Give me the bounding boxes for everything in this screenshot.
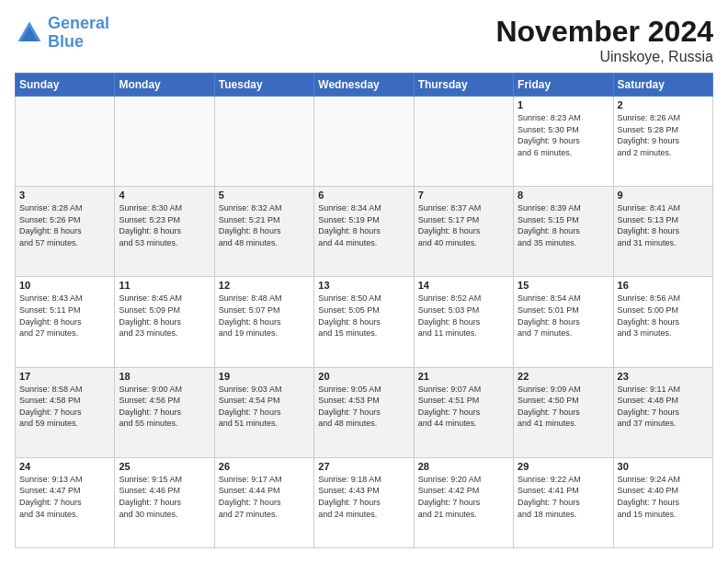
table-row: 13Sunrise: 8:50 AMSunset: 5:05 PMDayligh… bbox=[314, 277, 414, 367]
day-info: Sunrise: 8:23 AMSunset: 5:30 PMDaylight:… bbox=[518, 112, 609, 158]
page: General Blue November 2024 Uinskoye, Rus… bbox=[0, 0, 728, 563]
table-row bbox=[16, 97, 115, 187]
day-info: Sunrise: 8:37 AMSunset: 5:17 PMDaylight:… bbox=[418, 202, 509, 248]
day-info: Sunrise: 9:20 AMSunset: 4:42 PMDaylight:… bbox=[418, 474, 509, 520]
day-number: 12 bbox=[219, 280, 310, 291]
table-row: 16Sunrise: 8:56 AMSunset: 5:00 PMDayligh… bbox=[613, 277, 712, 367]
calendar: Sunday Monday Tuesday Wednesday Thursday… bbox=[15, 73, 713, 548]
day-info: Sunrise: 9:17 AMSunset: 4:44 PMDaylight:… bbox=[219, 474, 310, 520]
table-row: 24Sunrise: 9:13 AMSunset: 4:47 PMDayligh… bbox=[16, 457, 115, 547]
day-number: 26 bbox=[219, 461, 310, 472]
table-row: 3Sunrise: 8:28 AMSunset: 5:26 PMDaylight… bbox=[16, 187, 115, 277]
day-number: 28 bbox=[418, 461, 509, 472]
month-title: November 2024 bbox=[495, 15, 713, 49]
table-row: 12Sunrise: 8:48 AMSunset: 5:07 PMDayligh… bbox=[214, 277, 313, 367]
table-row: 10Sunrise: 8:43 AMSunset: 5:11 PMDayligh… bbox=[16, 277, 115, 367]
day-number: 9 bbox=[618, 190, 709, 201]
day-number: 30 bbox=[618, 461, 709, 472]
table-row: 4Sunrise: 8:30 AMSunset: 5:23 PMDaylight… bbox=[115, 187, 214, 277]
day-info: Sunrise: 9:09 AMSunset: 4:50 PMDaylight:… bbox=[518, 384, 609, 430]
day-number: 1 bbox=[518, 99, 609, 110]
table-row: 28Sunrise: 9:20 AMSunset: 4:42 PMDayligh… bbox=[414, 457, 513, 547]
calendar-header-row: Sunday Monday Tuesday Wednesday Thursday… bbox=[16, 74, 713, 97]
calendar-week-row: 10Sunrise: 8:43 AMSunset: 5:11 PMDayligh… bbox=[16, 277, 713, 367]
day-info: Sunrise: 9:15 AMSunset: 4:46 PMDaylight:… bbox=[119, 474, 210, 520]
location: Uinskoye, Russia bbox=[495, 49, 713, 65]
col-saturday: Saturday bbox=[613, 74, 712, 97]
day-info: Sunrise: 8:28 AMSunset: 5:26 PMDaylight:… bbox=[19, 202, 110, 248]
day-info: Sunrise: 8:50 AMSunset: 5:05 PMDaylight:… bbox=[318, 293, 409, 339]
table-row: 5Sunrise: 8:32 AMSunset: 5:21 PMDaylight… bbox=[214, 187, 313, 277]
day-info: Sunrise: 8:54 AMSunset: 5:01 PMDaylight:… bbox=[518, 293, 609, 339]
day-number: 5 bbox=[219, 190, 310, 201]
day-number: 14 bbox=[418, 280, 509, 291]
day-number: 27 bbox=[318, 461, 409, 472]
table-row bbox=[314, 97, 414, 187]
day-number: 7 bbox=[418, 190, 509, 201]
table-row: 27Sunrise: 9:18 AMSunset: 4:43 PMDayligh… bbox=[314, 457, 414, 547]
day-info: Sunrise: 8:32 AMSunset: 5:21 PMDaylight:… bbox=[219, 202, 310, 248]
day-info: Sunrise: 8:58 AMSunset: 4:58 PMDaylight:… bbox=[19, 384, 110, 430]
day-info: Sunrise: 9:24 AMSunset: 4:40 PMDaylight:… bbox=[618, 474, 709, 520]
day-number: 29 bbox=[518, 461, 609, 472]
table-row: 22Sunrise: 9:09 AMSunset: 4:50 PMDayligh… bbox=[514, 367, 613, 457]
table-row: 15Sunrise: 8:54 AMSunset: 5:01 PMDayligh… bbox=[514, 277, 613, 367]
col-sunday: Sunday bbox=[16, 74, 115, 97]
day-info: Sunrise: 8:45 AMSunset: 5:09 PMDaylight:… bbox=[119, 293, 210, 339]
table-row: 30Sunrise: 9:24 AMSunset: 4:40 PMDayligh… bbox=[613, 457, 712, 547]
table-row: 26Sunrise: 9:17 AMSunset: 4:44 PMDayligh… bbox=[214, 457, 313, 547]
table-row: 11Sunrise: 8:45 AMSunset: 5:09 PMDayligh… bbox=[115, 277, 214, 367]
day-number: 18 bbox=[119, 371, 210, 382]
table-row: 9Sunrise: 8:41 AMSunset: 5:13 PMDaylight… bbox=[613, 187, 712, 277]
day-info: Sunrise: 8:34 AMSunset: 5:19 PMDaylight:… bbox=[318, 202, 409, 248]
col-tuesday: Tuesday bbox=[214, 74, 313, 97]
table-row: 2Sunrise: 8:26 AMSunset: 5:28 PMDaylight… bbox=[613, 97, 712, 187]
col-monday: Monday bbox=[115, 74, 214, 97]
day-number: 2 bbox=[618, 99, 709, 110]
day-number: 16 bbox=[618, 280, 709, 291]
day-number: 19 bbox=[219, 371, 310, 382]
logo-general: General bbox=[48, 14, 109, 32]
day-info: Sunrise: 9:13 AMSunset: 4:47 PMDaylight:… bbox=[19, 474, 110, 520]
day-number: 4 bbox=[119, 190, 210, 201]
day-number: 15 bbox=[518, 280, 609, 291]
table-row: 8Sunrise: 8:39 AMSunset: 5:15 PMDaylight… bbox=[514, 187, 613, 277]
day-info: Sunrise: 9:18 AMSunset: 4:43 PMDaylight:… bbox=[318, 474, 409, 520]
table-row bbox=[414, 97, 513, 187]
day-number: 20 bbox=[318, 371, 409, 382]
day-info: Sunrise: 9:05 AMSunset: 4:53 PMDaylight:… bbox=[318, 384, 409, 430]
calendar-week-row: 17Sunrise: 8:58 AMSunset: 4:58 PMDayligh… bbox=[16, 367, 713, 457]
day-info: Sunrise: 8:48 AMSunset: 5:07 PMDaylight:… bbox=[219, 293, 310, 339]
calendar-week-row: 1Sunrise: 8:23 AMSunset: 5:30 PMDaylight… bbox=[16, 97, 713, 187]
day-info: Sunrise: 8:39 AMSunset: 5:15 PMDaylight:… bbox=[518, 202, 609, 248]
logo: General Blue bbox=[15, 15, 109, 52]
table-row: 19Sunrise: 9:03 AMSunset: 4:54 PMDayligh… bbox=[214, 367, 313, 457]
day-info: Sunrise: 8:41 AMSunset: 5:13 PMDaylight:… bbox=[618, 202, 709, 248]
logo-text: General Blue bbox=[48, 15, 109, 52]
day-info: Sunrise: 9:03 AMSunset: 4:54 PMDaylight:… bbox=[219, 384, 310, 430]
day-number: 10 bbox=[19, 280, 110, 291]
day-number: 25 bbox=[119, 461, 210, 472]
table-row: 23Sunrise: 9:11 AMSunset: 4:48 PMDayligh… bbox=[613, 367, 712, 457]
table-row bbox=[214, 97, 313, 187]
calendar-week-row: 24Sunrise: 9:13 AMSunset: 4:47 PMDayligh… bbox=[16, 457, 713, 547]
day-number: 3 bbox=[19, 190, 110, 201]
day-info: Sunrise: 8:43 AMSunset: 5:11 PMDaylight:… bbox=[19, 293, 110, 339]
logo-icon bbox=[15, 18, 44, 48]
day-info: Sunrise: 9:07 AMSunset: 4:51 PMDaylight:… bbox=[418, 384, 509, 430]
day-number: 13 bbox=[318, 280, 409, 291]
col-thursday: Thursday bbox=[414, 74, 513, 97]
day-number: 24 bbox=[19, 461, 110, 472]
table-row: 25Sunrise: 9:15 AMSunset: 4:46 PMDayligh… bbox=[115, 457, 214, 547]
col-wednesday: Wednesday bbox=[314, 74, 414, 97]
calendar-week-row: 3Sunrise: 8:28 AMSunset: 5:26 PMDaylight… bbox=[16, 187, 713, 277]
day-number: 11 bbox=[119, 280, 210, 291]
day-info: Sunrise: 9:00 AMSunset: 4:56 PMDaylight:… bbox=[119, 384, 210, 430]
day-number: 8 bbox=[518, 190, 609, 201]
table-row: 7Sunrise: 8:37 AMSunset: 5:17 PMDaylight… bbox=[414, 187, 513, 277]
col-friday: Friday bbox=[514, 74, 613, 97]
day-info: Sunrise: 9:11 AMSunset: 4:48 PMDaylight:… bbox=[618, 384, 709, 430]
table-row: 18Sunrise: 9:00 AMSunset: 4:56 PMDayligh… bbox=[115, 367, 214, 457]
table-row: 17Sunrise: 8:58 AMSunset: 4:58 PMDayligh… bbox=[16, 367, 115, 457]
logo-blue: Blue bbox=[48, 33, 109, 52]
